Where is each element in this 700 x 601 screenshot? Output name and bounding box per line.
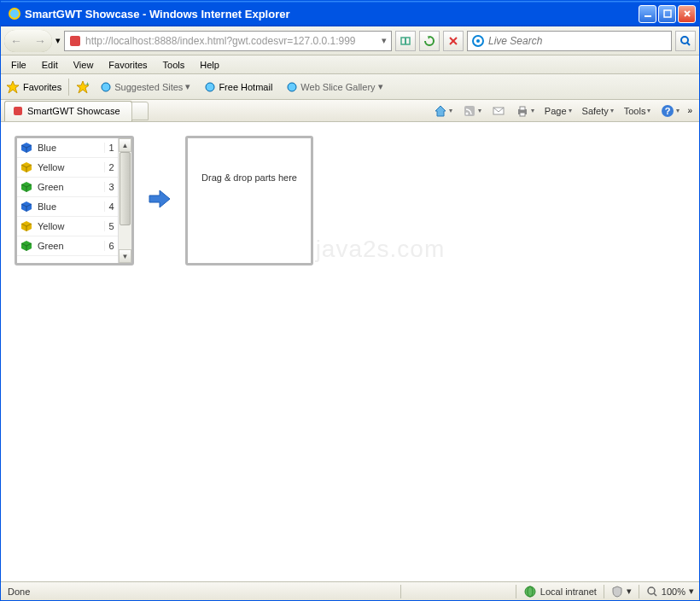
separator bbox=[516, 585, 516, 598]
scroll-down-icon[interactable]: ▼ bbox=[119, 249, 131, 263]
drop-zone[interactable]: Drag & drop parts here bbox=[185, 136, 313, 265]
menu-favorites[interactable]: Favorites bbox=[102, 58, 154, 72]
back-button[interactable]: ← bbox=[4, 30, 28, 52]
cube-icon bbox=[20, 201, 32, 213]
chevron-down-icon: ▾ bbox=[378, 81, 383, 92]
cube-icon bbox=[20, 161, 32, 173]
list-item[interactable]: Yellow5 bbox=[17, 217, 118, 236]
svg-text:?: ? bbox=[665, 106, 671, 116]
scrollbar[interactable]: ▲ ▼ bbox=[118, 138, 131, 263]
menu-file[interactable]: File bbox=[4, 58, 33, 72]
list-item[interactable]: Green6 bbox=[17, 236, 118, 256]
tools-menu[interactable]: Tools▾ bbox=[621, 104, 654, 118]
scroll-thumb[interactable] bbox=[120, 152, 131, 225]
tab-active[interactable]: SmartGWT Showcase bbox=[4, 101, 132, 121]
svg-point-0 bbox=[9, 9, 20, 19]
separator bbox=[400, 585, 401, 598]
page-menu[interactable]: Page▾ bbox=[542, 104, 575, 118]
tabbar: SmartGWT Showcase ▾ ▾ ▾ Page▾ Safety▾ To… bbox=[1, 100, 699, 122]
minimize-button[interactable] bbox=[639, 5, 656, 23]
browser-window: SmartGWT Showcase - Windows Internet Exp… bbox=[0, 0, 700, 601]
zone-label: Local intranet bbox=[540, 586, 597, 597]
menu-help[interactable]: Help bbox=[193, 58, 226, 72]
mail-button[interactable] bbox=[489, 102, 508, 120]
ie-icon bbox=[8, 7, 21, 20]
drop-label: Drag & drop parts here bbox=[201, 172, 297, 183]
feeds-button[interactable]: ▾ bbox=[460, 102, 484, 120]
separator bbox=[604, 585, 604, 598]
address-dropdown[interactable]: ▾ bbox=[377, 35, 391, 46]
zone-indicator[interactable]: Local intranet bbox=[518, 585, 602, 598]
search-bar[interactable] bbox=[467, 31, 672, 51]
svg-point-11 bbox=[476, 39, 480, 43]
add-fav-icon[interactable]: + bbox=[76, 80, 90, 94]
list-item[interactable]: Blue4 bbox=[17, 197, 118, 217]
refresh-button[interactable] bbox=[419, 31, 440, 51]
chevron-down-icon: ▾ bbox=[689, 586, 694, 597]
item-label: Yellow bbox=[38, 162, 99, 172]
web-slice-link[interactable]: Web Slice Gallery ▾ bbox=[283, 79, 386, 95]
favorites-label: Favorites bbox=[23, 82, 61, 92]
parts-list[interactable]: Blue1Yellow2Green3Blue4Yellow5Green6 ▲ ▼ bbox=[15, 136, 134, 265]
search-button[interactable] bbox=[675, 31, 696, 51]
item-number: 1 bbox=[104, 143, 114, 153]
new-tab-button[interactable] bbox=[131, 102, 149, 120]
zoom-icon bbox=[646, 586, 658, 598]
svg-point-15 bbox=[102, 83, 110, 91]
menubar: File Edit View Favorites Tools Help bbox=[1, 55, 699, 74]
nav-back-fwd: ← → bbox=[4, 30, 52, 52]
zoom-label: 100% bbox=[662, 586, 685, 597]
chevron-down-icon: ▾ bbox=[627, 586, 632, 597]
safety-label: Safety bbox=[582, 106, 609, 116]
list-item[interactable]: Green3 bbox=[17, 178, 118, 197]
help-button[interactable]: ?▾ bbox=[658, 102, 682, 120]
ie-icon bbox=[286, 81, 298, 93]
menu-edit[interactable]: Edit bbox=[35, 58, 65, 72]
safety-menu[interactable]: Safety▾ bbox=[580, 104, 616, 118]
tools-label: Tools bbox=[624, 106, 646, 116]
item-label: Green bbox=[38, 241, 99, 251]
scroll-up-icon[interactable]: ▲ bbox=[119, 138, 131, 152]
list-item[interactable]: Yellow2 bbox=[17, 158, 118, 178]
address-bar[interactable]: ▾ bbox=[64, 31, 392, 51]
page-icon bbox=[12, 105, 24, 117]
svg-rect-23 bbox=[520, 107, 525, 110]
svg-rect-7 bbox=[405, 38, 406, 44]
shield-icon bbox=[611, 586, 623, 598]
address-input[interactable] bbox=[85, 32, 377, 50]
favorites-button[interactable]: Favorites bbox=[6, 80, 61, 94]
svg-rect-1 bbox=[645, 15, 651, 17]
print-button[interactable]: ▾ bbox=[513, 102, 537, 120]
separator bbox=[68, 79, 69, 96]
command-bar: ▾ ▾ ▾ Page▾ Safety▾ Tools▾ ?▾ » bbox=[431, 100, 699, 121]
item-number: 4 bbox=[104, 201, 114, 212]
menu-view[interactable]: View bbox=[67, 58, 101, 72]
maximize-button[interactable] bbox=[658, 5, 676, 23]
suggested-label: Suggested Sites bbox=[114, 82, 183, 92]
tab-label: SmartGWT Showcase bbox=[27, 106, 120, 116]
nav-history-dropdown[interactable]: ▾ bbox=[55, 35, 61, 46]
parts-grid: Blue1Yellow2Green3Blue4Yellow5Green6 bbox=[17, 138, 118, 263]
suggested-sites-link[interactable]: Suggested Sites ▾ bbox=[96, 79, 194, 95]
free-hotmail-link[interactable]: Free Hotmail bbox=[201, 79, 276, 95]
svg-rect-18 bbox=[14, 107, 22, 115]
page-label: Page bbox=[545, 106, 567, 116]
star-icon bbox=[6, 80, 20, 94]
bing-icon bbox=[471, 34, 485, 48]
zoom-control[interactable]: 100% ▾ bbox=[641, 586, 699, 598]
menu-tools[interactable]: Tools bbox=[156, 58, 192, 72]
forward-button[interactable]: → bbox=[28, 30, 52, 52]
compat-button[interactable] bbox=[395, 31, 416, 51]
cube-icon bbox=[20, 240, 32, 252]
svg-line-30 bbox=[654, 593, 656, 596]
protected-mode[interactable]: ▾ bbox=[606, 586, 637, 598]
close-button[interactable] bbox=[678, 5, 696, 23]
list-item[interactable]: Blue1 bbox=[17, 138, 118, 158]
chevron-more-icon[interactable]: » bbox=[687, 106, 692, 115]
item-number: 2 bbox=[104, 162, 114, 172]
item-number: 6 bbox=[104, 241, 114, 251]
page-icon bbox=[68, 34, 82, 48]
home-button[interactable]: ▾ bbox=[431, 102, 455, 120]
stop-button[interactable] bbox=[443, 31, 464, 51]
search-input[interactable] bbox=[485, 35, 671, 47]
